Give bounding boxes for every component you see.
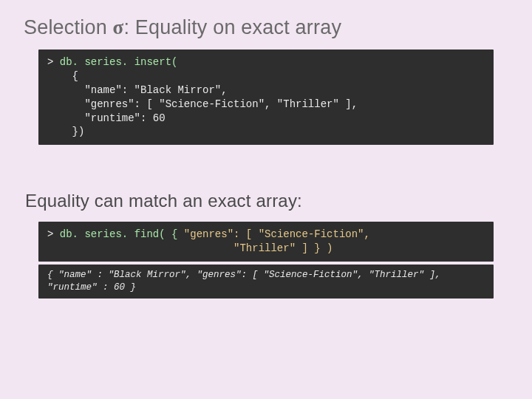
insert-body: { "name": "Black Mirror", "genres": [ "S… — [47, 70, 358, 138]
subtitle: Equality can match an exact array: — [25, 191, 508, 211]
title-post: : Equality on exact array — [123, 16, 341, 38]
prompt: > — [47, 56, 60, 68]
find-str1: "genres": [ "Science-Fiction", — [177, 228, 369, 240]
slide-title: Selection σ: Equality on exact array — [24, 16, 508, 39]
code-block-insert: > db. series. insert( { "name": "Black M… — [38, 50, 494, 145]
insert-command: db. series. insert( — [60, 56, 178, 68]
indent — [47, 242, 171, 254]
find-str2: "Thriller" ] } ) — [171, 242, 332, 254]
result-block: { "name" : "Black Mirror", "genres": [ "… — [38, 265, 494, 299]
sigma-symbol: σ — [113, 16, 124, 38]
find-command-pre: db. series. find( { — [60, 228, 178, 240]
code-block-find: > db. series. find( { "genres": [ "Scien… — [38, 222, 494, 262]
prompt: > — [47, 228, 60, 240]
title-pre: Selection — [24, 16, 113, 38]
